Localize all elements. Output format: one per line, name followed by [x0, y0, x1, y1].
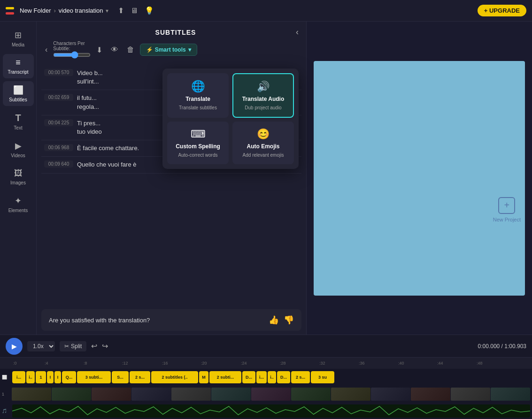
upload-icon[interactable]: ⬆ [118, 6, 124, 15]
upgrade-button[interactable]: + UPGRADE [478, 5, 526, 16]
monitor-icon[interactable]: 🖥 [131, 7, 138, 15]
thumbs-up-icon[interactable]: 👍 [269, 315, 279, 325]
sidebar-label-subtitles: Subtitles [9, 97, 27, 102]
chars-per-subtitle-label: Characters PerSubtitle: [53, 41, 91, 51]
time-display: 0:00.000 / 1:00.903 [478, 343, 526, 350]
subtitle-clip[interactable]: Q... [62, 371, 76, 383]
sidebar-label-media: Media [12, 42, 24, 47]
new-project-label: New Project [493, 217, 521, 222]
subtitle-clip[interactable]: i.. [26, 371, 35, 383]
subtitle-clip[interactable]: 1 [36, 371, 46, 383]
subtitle-time-start: 00:00 570 [44, 69, 73, 76]
smart-tools-translate-audio[interactable]: 🔊 Translate Audio Dub project audio [232, 73, 294, 118]
speed-selector[interactable]: 1.0x 0.5x 1.5x 2.0x [27, 341, 55, 351]
sidebar-label-elements: Elements [8, 208, 28, 213]
thumbs-down-icon[interactable]: 👎 [284, 315, 294, 325]
sidebar-label-images: Images [10, 180, 26, 185]
smart-tools-translate[interactable]: 🌐 Translate Translate subtitles [167, 73, 229, 118]
subtitle-clip[interactable]: S... [112, 371, 129, 383]
translate-icon: 🌐 [191, 80, 205, 93]
breadcrumb: New Folder › video translation ▾ [20, 7, 108, 14]
bottom-controls: ▶ 1.0x 0.5x 1.5x 2.0x ✂ Split ↩ ↪ 0:00.0… [0, 335, 532, 419]
smart-tools-auto-emojis[interactable]: 😊 Auto Emojis Add relevant emojis [232, 122, 294, 164]
chars-slider[interactable] [53, 51, 91, 59]
subtitle-clip[interactable]: 3 subti... [77, 371, 111, 383]
subtitle-time-start: 00:04 225 [44, 119, 73, 126]
bulb-icon[interactable]: 💡 [145, 6, 154, 15]
feedback-icons: 👍 👎 [269, 315, 294, 325]
redo-button[interactable]: ↪ [102, 342, 108, 350]
upgrade-label: + UPGRADE [484, 7, 520, 14]
panel-close-button[interactable]: ‹ [296, 27, 299, 37]
ruler-tick-0: :0 [13, 361, 17, 366]
preview-canvas [314, 61, 525, 296]
translate-audio-icon: 🔊 [257, 81, 270, 93]
panel-header: SUBTITLES ‹ [37, 22, 306, 41]
sidebar-item-media[interactable]: ⊞ Media [3, 26, 34, 51]
ruler-tick-8: :8 [84, 361, 87, 366]
sidebar-item-videos[interactable]: ▶ Videos [3, 137, 34, 162]
video-frame [52, 388, 91, 401]
hide-subtitles-button[interactable]: 👁 [108, 44, 121, 56]
smart-tools-dropdown: 🌐 Translate Translate subtitles 🔊 Transl… [162, 69, 299, 169]
prev-subtitle-button[interactable]: ‹ [42, 44, 50, 56]
ruler-tick-16: :16 [162, 361, 168, 366]
videos-icon: ▶ [15, 141, 22, 151]
subtitle-clip[interactable]: 3 su [311, 371, 334, 383]
sidebar-item-text[interactable]: T Text [3, 109, 34, 134]
ruler-tick-44: :44 [437, 361, 443, 366]
subtitle-clip[interactable]: D... [242, 371, 255, 383]
video-frame [331, 388, 370, 401]
subtitle-clip[interactable]: 2 subtitles (.. [151, 371, 198, 383]
video-frame [291, 388, 331, 401]
undo-button[interactable]: ↩ [91, 342, 97, 350]
project-dropdown-icon[interactable]: ▾ [106, 8, 108, 14]
split-label: Split [71, 343, 82, 350]
sidebar-item-subtitles[interactable]: ⬜ Subtitles [3, 81, 34, 106]
subtitle-clip[interactable]: i... [12, 371, 25, 383]
delete-subtitles-button[interactable]: 🗑 [124, 44, 137, 56]
sidebar-item-transcript[interactable]: ≡ Transcript [3, 54, 34, 78]
download-subtitles-button[interactable]: ⬇ [93, 44, 105, 56]
smart-tools-button[interactable]: ⚡ Smart tools ▾ [140, 44, 197, 56]
app-logo [6, 7, 14, 15]
playback-bar: ▶ 1.0x 0.5x 1.5x 2.0x ✂ Split ↩ ↪ 0:00.0… [0, 335, 532, 358]
subtitle-clip[interactable]: I [54, 371, 61, 383]
smart-tools-custom-spelling[interactable]: ⌨ Custom Spelling Auto-correct words [167, 122, 229, 164]
smart-tools-label: ⚡ Smart tools [146, 46, 185, 53]
subtitle-clip[interactable]: I [47, 371, 54, 383]
subtitle-clip[interactable]: 2 s... [291, 371, 310, 383]
subtitle-clip[interactable]: 2 s... [130, 371, 150, 383]
video-frame [211, 388, 251, 401]
subtitle-clip[interactable]: i.. [268, 371, 276, 383]
subtitle-clip[interactable]: i... [256, 371, 267, 383]
subtitle-clip[interactable]: M [199, 371, 208, 383]
subtitles-panel: SUBTITLES ‹ ‹ Characters PerSubtitle: ⬇ … [37, 22, 307, 335]
new-project-button[interactable]: + New Project [493, 197, 521, 222]
subtitle-time-start: 00:09 640 [44, 160, 73, 168]
timeline-ruler: :0 :4 :8 :12 :16 :20 :24 :28 :32 :36 :40… [0, 358, 532, 369]
subtitle-clip[interactable]: D... [277, 371, 290, 383]
track-label-video: 1 [2, 392, 11, 396]
video-frame [371, 388, 410, 401]
text-icon: T [15, 113, 21, 123]
sidebar-item-elements[interactable]: ✦ Elements [3, 192, 34, 217]
subtitle-clip[interactable]: 2 subti... [209, 371, 241, 383]
topbar: New Folder › video translation ▾ ⬆ 🖥 💡 +… [0, 0, 532, 22]
ruler-tick-40: :40 [398, 361, 404, 366]
video-track-row: 1 [0, 386, 532, 403]
auto-emojis-icon: 😊 [257, 128, 270, 140]
panel-title: SUBTITLES [55, 29, 296, 36]
sidebar-item-images[interactable]: 🖼 Images [3, 165, 34, 189]
images-icon: 🖼 [14, 168, 23, 178]
feedback-bar: Are you satisfied with the translation? … [41, 309, 301, 331]
play-button[interactable]: ▶ [6, 338, 23, 355]
subtitle-track-row: ⬜ i... i.. 1 I I Q... 3 subti... S... 2 … [0, 369, 532, 386]
custom-spelling-title: Custom Spelling [176, 143, 220, 150]
split-button[interactable]: ✂ Split [60, 341, 86, 351]
project-name: video translation [59, 7, 103, 14]
left-sidebar: ⊞ Media ≡ Transcript ⬜ Subtitles T Text … [0, 22, 37, 335]
waveform-svg [12, 404, 530, 418]
feedback-text: Are you satisfied with the translation? [49, 317, 150, 324]
ruler-tick-20: :20 [201, 361, 207, 366]
